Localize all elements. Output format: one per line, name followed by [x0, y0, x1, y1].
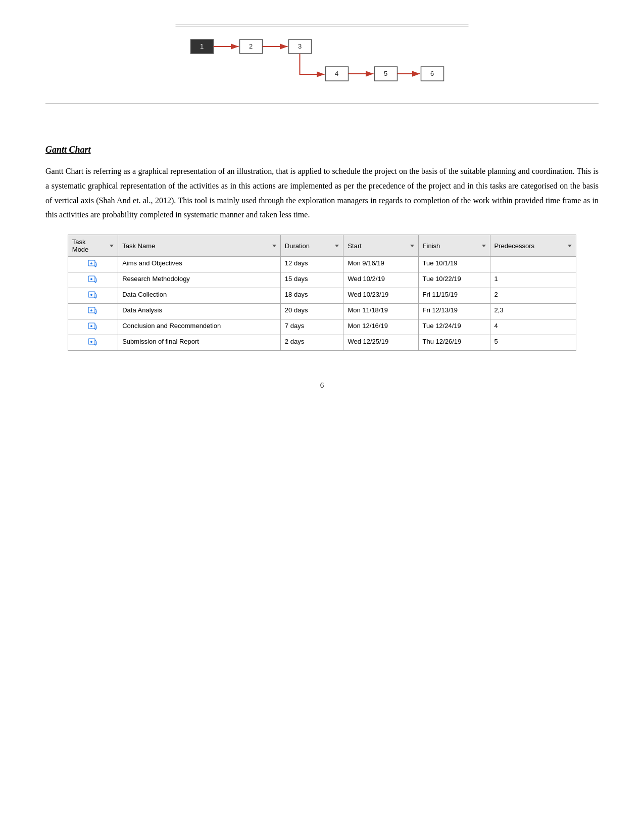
th-start-label: Start	[348, 242, 361, 250]
page-number: 6	[45, 381, 599, 390]
td-predecessors-4: 4	[490, 319, 576, 335]
td-task-mode-1: ●	[68, 272, 118, 288]
td-duration-1: 15 days	[280, 272, 343, 288]
table-row: ● Conclusion and Recommendetion7 daysMon…	[68, 319, 576, 335]
th-duration-label: Duration	[285, 242, 310, 250]
td-start-3: Mon 11/18/19	[343, 304, 418, 319]
node-4-label: 4	[335, 70, 338, 77]
td-predecessors-5: 5	[490, 335, 576, 351]
td-task-name-4: Conclusion and Recommendetion	[118, 319, 281, 335]
td-task-mode-2: ●	[68, 288, 118, 304]
td-finish-0: Tue 10/1/19	[418, 257, 490, 272]
th-finish[interactable]: Finish	[418, 235, 490, 257]
th-predecessors[interactable]: Predecessors	[490, 235, 576, 257]
table-row: ● Research Methodology15 daysWed 10/2/19…	[68, 272, 576, 288]
td-duration-3: 20 days	[280, 304, 343, 319]
td-finish-2: Fri 11/15/19	[418, 288, 490, 304]
gantt-description: Gantt Chart is referring as a graphical …	[45, 164, 599, 222]
th-predecessors-label: Predecessors	[494, 242, 534, 250]
gantt-title: Gantt Chart	[45, 145, 599, 155]
th-task-name-label: Task Name	[122, 242, 155, 250]
td-duration-4: 7 days	[280, 319, 343, 335]
svg-text:●: ●	[90, 276, 92, 282]
td-task-mode-3: ●	[68, 304, 118, 319]
gantt-table: TaskMode Task Name Duration	[68, 235, 576, 351]
node-5-label: 5	[384, 70, 387, 77]
td-duration-2: 18 days	[280, 288, 343, 304]
table-row: ● Submission of final Report2 daysWed 12…	[68, 335, 576, 351]
td-predecessors-3: 2,3	[490, 304, 576, 319]
page: 1 2 3 4 5	[0, 0, 644, 834]
th-start[interactable]: Start	[343, 235, 418, 257]
td-finish-5: Thu 12/26/19	[418, 335, 490, 351]
td-start-4: Mon 12/16/19	[343, 319, 418, 335]
sort-arrow-start	[410, 245, 414, 247]
th-finish-label: Finish	[423, 242, 440, 250]
svg-text:●: ●	[90, 323, 92, 329]
network-diagram-svg: 1 2 3 4 5	[45, 20, 599, 91]
td-task-name-0: Aims and Objectives	[118, 257, 281, 272]
th-task-mode[interactable]: TaskMode	[68, 235, 118, 257]
svg-text:●: ●	[90, 339, 92, 344]
node-3-label: 3	[298, 42, 302, 50]
th-task-mode-label: TaskMode	[72, 238, 89, 253]
td-task-name-1: Research Methodology	[118, 272, 281, 288]
svg-text:●: ●	[90, 261, 92, 266]
td-predecessors-0	[490, 257, 576, 272]
node-2-label: 2	[249, 42, 253, 50]
td-start-0: Mon 9/16/19	[343, 257, 418, 272]
table-row: ● Aims and Objectives12 daysMon 9/16/19T…	[68, 257, 576, 272]
arrow-3-4	[300, 54, 325, 74]
td-task-name-3: Data Analysis	[118, 304, 281, 319]
td-task-name-2: Data Collection	[118, 288, 281, 304]
sort-arrow-duration	[335, 245, 339, 247]
th-duration[interactable]: Duration	[280, 235, 343, 257]
svg-text:●: ●	[90, 308, 92, 313]
td-start-2: Wed 10/23/19	[343, 288, 418, 304]
diagram-container: 1 2 3 4 5	[45, 20, 599, 104]
svg-text:●: ●	[90, 292, 92, 297]
node-1-label: 1	[200, 42, 204, 50]
sort-arrow-task-mode	[110, 245, 114, 247]
table-row: ● Data Collection18 daysWed 10/23/19Fri …	[68, 288, 576, 304]
td-finish-3: Fri 12/13/19	[418, 304, 490, 319]
node-6-label: 6	[430, 70, 434, 77]
td-task-mode-4: ●	[68, 319, 118, 335]
sort-arrow-task-name	[272, 245, 276, 247]
td-start-1: Wed 10/2/19	[343, 272, 418, 288]
td-task-mode-5: ●	[68, 335, 118, 351]
td-predecessors-2: 2	[490, 288, 576, 304]
td-start-5: Wed 12/25/19	[343, 335, 418, 351]
sort-arrow-predecessors	[568, 245, 572, 247]
sort-arrow-finish	[482, 245, 486, 247]
td-duration-0: 12 days	[280, 257, 343, 272]
table-row: ● Data Analysis20 daysMon 11/18/19Fri 12…	[68, 304, 576, 319]
td-finish-1: Tue 10/22/19	[418, 272, 490, 288]
table-header-row: TaskMode Task Name Duration	[68, 235, 576, 257]
td-duration-5: 2 days	[280, 335, 343, 351]
td-task-name-5: Submission of final Report	[118, 335, 281, 351]
td-finish-4: Tue 12/24/19	[418, 319, 490, 335]
td-task-mode-0: ●	[68, 257, 118, 272]
th-task-name[interactable]: Task Name	[118, 235, 281, 257]
gantt-section: Gantt Chart Gantt Chart is referring as …	[45, 145, 599, 351]
td-predecessors-1: 1	[490, 272, 576, 288]
